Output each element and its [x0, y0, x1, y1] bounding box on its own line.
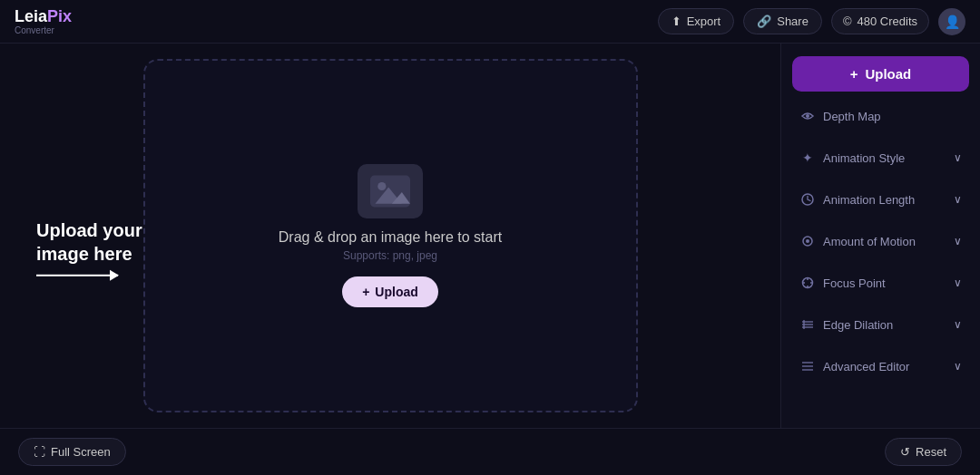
sidebar-item-animation-style[interactable]: ✦ Animation Style ∨: [792, 141, 969, 175]
upload-zone-button[interactable]: + Upload: [342, 276, 438, 307]
arrow-shaft: [36, 275, 118, 276]
drop-zone[interactable]: Drag & drop an image here to start Suppo…: [143, 59, 638, 412]
drop-zone-title: Drag & drop an image here to start: [279, 229, 502, 246]
edge-dilation-label: Edge Dilation: [823, 318, 893, 332]
amount-of-motion-icon: [799, 233, 816, 249]
app-subtitle: Converter: [15, 25, 72, 35]
logo: LeiaPix Converter: [15, 8, 72, 35]
user-avatar[interactable]: 👤: [938, 8, 965, 35]
canvas-area: Upload your image here Drag & drop an im…: [0, 44, 780, 428]
edge-dilation-chevron: ∨: [954, 318, 962, 331]
animation-style-label: Animation Style: [823, 151, 905, 165]
animation-length-chevron: ∨: [954, 193, 962, 206]
credits-icon: ©: [843, 15, 852, 28]
share-button[interactable]: 🔗 Share: [743, 8, 822, 34]
sidebar-item-animation-length[interactable]: Animation Length ∨: [792, 182, 969, 217]
focus-point-icon: [799, 275, 816, 291]
animation-style-chevron: ∨: [954, 151, 962, 164]
animation-length-label: Animation Length: [823, 193, 915, 207]
sidebar-item-focus-point[interactable]: Focus Point ∨: [792, 266, 969, 300]
sidebar-upload-label: Upload: [865, 66, 911, 82]
main-content: Upload your image here Drag & drop an im…: [0, 44, 980, 428]
upload-hint-text: Upload your image here: [36, 218, 142, 266]
drop-zone-sub: Supports: png, jpeg: [343, 249, 437, 262]
header: LeiaPix Converter ⬆ Export 🔗 Share © 480…: [0, 0, 980, 44]
edge-dilation-icon: [799, 316, 816, 333]
sidebar-item-amount-of-motion[interactable]: Amount of Motion ∨: [792, 224, 969, 258]
advanced-editor-label: Advanced Editor: [823, 360, 909, 373]
sidebar: + Upload Depth Map ✦ Animation Style ∨: [780, 44, 980, 428]
animation-length-icon: [799, 191, 816, 208]
plus-icon: +: [362, 285, 369, 299]
credits-display[interactable]: © 480 Credits: [831, 8, 929, 34]
svg-point-4: [806, 114, 809, 118]
export-icon: ⬆: [671, 15, 681, 28]
header-actions: ⬆ Export 🔗 Share © 480 Credits 👤: [658, 8, 965, 35]
depth-map-icon: [799, 108, 816, 124]
share-icon: 🔗: [757, 15, 771, 28]
bottom-bar: ⛶ Full Screen ↺ Reset: [0, 428, 980, 475]
image-placeholder-icon: [358, 164, 423, 218]
sidebar-item-edge-dilation[interactable]: Edge Dilation ∨: [792, 307, 969, 342]
sidebar-item-depth-map[interactable]: Depth Map: [792, 99, 969, 133]
export-button[interactable]: ⬆ Export: [658, 8, 735, 34]
advanced-editor-chevron: ∨: [954, 360, 962, 373]
sidebar-upload-button[interactable]: + Upload: [792, 56, 969, 92]
sidebar-item-advanced-editor[interactable]: Advanced Editor ∨: [792, 349, 969, 383]
svg-point-1: [377, 182, 386, 190]
hint-arrow: [36, 275, 142, 276]
upload-hint: Upload your image here: [36, 218, 142, 276]
sidebar-upload-icon: +: [850, 66, 858, 82]
reset-icon: ↺: [900, 445, 910, 459]
animation-style-icon: ✦: [799, 150, 816, 166]
svg-point-7: [806, 239, 809, 243]
focus-point-label: Focus Point: [823, 276, 886, 290]
app-name: LeiaPix: [15, 8, 72, 24]
amount-of-motion-chevron: ∨: [954, 235, 962, 247]
focus-point-chevron: ∨: [954, 276, 962, 289]
fullscreen-icon: ⛶: [34, 445, 45, 459]
depth-map-label: Depth Map: [823, 110, 881, 123]
amount-of-motion-label: Amount of Motion: [823, 235, 916, 248]
avatar-icon: 👤: [945, 15, 960, 29]
advanced-editor-icon: [799, 358, 816, 374]
reset-button[interactable]: ↺ Reset: [885, 438, 962, 466]
fullscreen-button[interactable]: ⛶ Full Screen: [18, 438, 126, 466]
